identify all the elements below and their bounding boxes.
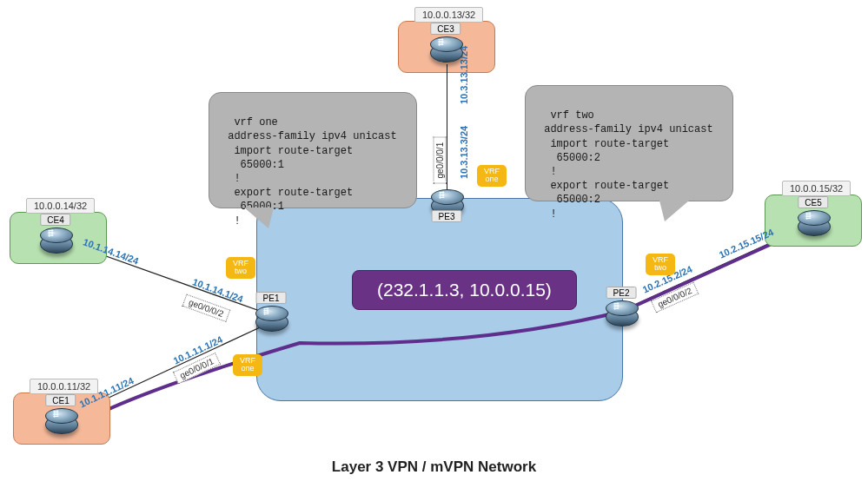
- router-label-ce4: CE4: [40, 214, 70, 226]
- router-label-pe1: PE1: [256, 292, 287, 304]
- router-ce1: CE1 ⇄⇄: [45, 408, 76, 439]
- router-label-pe3: PE3: [432, 210, 462, 222]
- sg-label: (232.1.1.3, 10.0.0.15): [352, 270, 577, 310]
- router-label-ce3: CE3: [430, 23, 461, 35]
- ce1-loopback: 10.0.0.11/32: [30, 379, 98, 394]
- router-ce4: CE4 ⇄⇄: [40, 228, 71, 259]
- vrf-tag-pe2-two-l2: two: [654, 263, 666, 272]
- vrf-tag-pe1-one: VRF one: [233, 354, 262, 376]
- vrf-tag-pe1-two: VRF two: [226, 257, 255, 279]
- router-label-ce1: CE1: [45, 394, 76, 406]
- vrf-tag-line2: one: [485, 175, 498, 183]
- vrf-two-config: vrf two address-family ipv4 unicast impo…: [525, 85, 733, 201]
- router-ce3: CE3 ⇄⇄: [430, 36, 461, 68]
- link-ce3-pe3: [447, 64, 447, 195]
- router-pe1: PE1 ⇄⇄: [255, 306, 287, 337]
- ce3-loopback: 10.0.0.13/32: [414, 7, 483, 23]
- vrf-tag-pe2-two: VRF two: [646, 254, 675, 275]
- ce4-loopback: 10.0.0.14/32: [26, 198, 95, 214]
- vrf-one-config: vrf one address-family ipv4 unicast impo…: [209, 92, 417, 208]
- vrf-tag-pe3: VRF one: [477, 165, 507, 187]
- diagram-title: Layer 3 VPN / mVPN Network: [0, 458, 868, 476]
- vrf-tag-pe1-one-l2: one: [241, 364, 254, 373]
- router-label-ce5: CE5: [798, 196, 828, 208]
- link-ce3-ip-pe: 10.3.13.3/24: [459, 126, 469, 179]
- router-label-pe2: PE2: [606, 287, 637, 299]
- router-ce5: CE5 ⇄⇄: [798, 210, 829, 241]
- vrf-tag-pe1-two-l2: two: [235, 267, 247, 275]
- router-pe2: PE2 ⇄⇄: [606, 300, 637, 332]
- intf-pe3-ge1: ge0/0/0/1: [434, 137, 447, 184]
- ce5-loopback: 10.0.0.15/32: [782, 181, 851, 196]
- router-pe3: PE3 ⇄⇄: [431, 189, 462, 221]
